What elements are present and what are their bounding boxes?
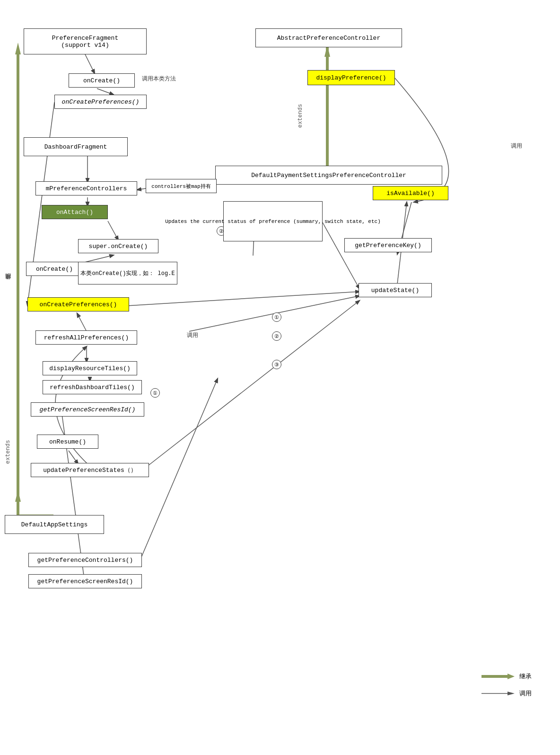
- refresh-dashboard-tiles-box: refreshDashboardTiles(): [43, 380, 142, 394]
- on-create-1-box: onCreate(): [69, 73, 135, 88]
- circle-1-left: ①: [150, 388, 160, 398]
- update-preference-states-box: updatePreferenceStates（）: [31, 463, 149, 477]
- svg-line-17: [69, 451, 78, 464]
- call-this-class-label: 调用本类方法: [142, 75, 176, 83]
- abstract-preference-controller-box: AbstractPreferenceController: [255, 28, 402, 47]
- preference-fragment-box: PreferenceFragment (support v14): [24, 28, 147, 54]
- circle-1-right: ①: [272, 312, 281, 322]
- this-on-create-box: 本类onCreate()实现，如： log.E: [78, 262, 177, 284]
- on-create-preferences-1-box: onCreatePreferences(): [54, 95, 147, 109]
- display-preference-box: displayPreference(): [307, 70, 395, 85]
- legend-inherit-label: 继承: [519, 672, 532, 681]
- extends-right-label: extends: [297, 71, 304, 128]
- svg-marker-32: [508, 692, 515, 695]
- on-create-2-box: onCreate(): [26, 262, 83, 276]
- legend-inherit-arrow: [481, 672, 515, 681]
- refresh-all-preferences-box: refreshAllPreferences(): [35, 330, 137, 345]
- diagram-arrows: [0, 0, 560, 755]
- super-on-create-box: super.onCreate(): [78, 239, 158, 253]
- svg-line-6: [97, 89, 114, 95]
- svg-line-20: [140, 379, 218, 561]
- get-preference-screen-res-id-1-box: getPreferenceScreenResId(): [31, 402, 144, 417]
- is-available-box: isAvailable(): [373, 186, 448, 200]
- on-resume-box: onResume(): [37, 435, 98, 449]
- on-attach-box: onAttach(): [42, 205, 108, 219]
- svg-line-24: [127, 292, 359, 306]
- display-resource-tiles-box: displayResourceTiles(): [43, 361, 137, 375]
- diaoyong-mid-label: 调用: [187, 331, 198, 339]
- controllers-map-note-box: controllers被map持有: [146, 179, 217, 193]
- svg-line-5: [85, 54, 95, 73]
- svg-marker-2: [15, 490, 21, 502]
- diagram-container: PreferenceFragment (support v14) Abstrac…: [0, 0, 560, 755]
- default-app-settings-box: DefaultAppSettings: [5, 515, 104, 534]
- on-create-preferences-2-box: onCreatePreferences(): [27, 297, 129, 311]
- default-payment-settings-box: DefaultPaymentSettingsPreferenceControll…: [215, 166, 442, 185]
- get-preference-key-box: getPreferenceKey(): [344, 238, 432, 252]
- legend-call-label: 调用: [519, 689, 532, 698]
- dashboard-fragment-box: DashboardFragment: [24, 137, 128, 156]
- diaoyong-right-label: 调用: [511, 142, 522, 150]
- legend-call-arrow: [481, 689, 515, 698]
- legend-area: 继承 调用: [481, 672, 532, 698]
- svg-marker-1: [15, 43, 21, 54]
- svg-line-14: [77, 313, 87, 331]
- circle-2-right: ②: [272, 331, 281, 341]
- svg-line-27: [323, 222, 359, 289]
- update-state-box: updateState(): [359, 283, 432, 297]
- indirect-inherit-label: 间接继承: [5, 227, 13, 284]
- get-preference-controllers-box: getPreferenceControllers(): [28, 553, 142, 567]
- svg-line-10: [108, 221, 118, 240]
- svg-marker-30: [508, 674, 515, 679]
- m-preference-controllers-box: mPreferenceControllers: [35, 181, 137, 195]
- svg-line-26: [144, 301, 359, 469]
- extends-left-label: extends: [5, 426, 11, 464]
- circle-3-right: ③: [272, 360, 281, 369]
- get-preference-screen-res-id-2-box: getPreferenceScreenResId(): [28, 574, 142, 588]
- updates-box: Updates the current status of preference…: [223, 201, 323, 241]
